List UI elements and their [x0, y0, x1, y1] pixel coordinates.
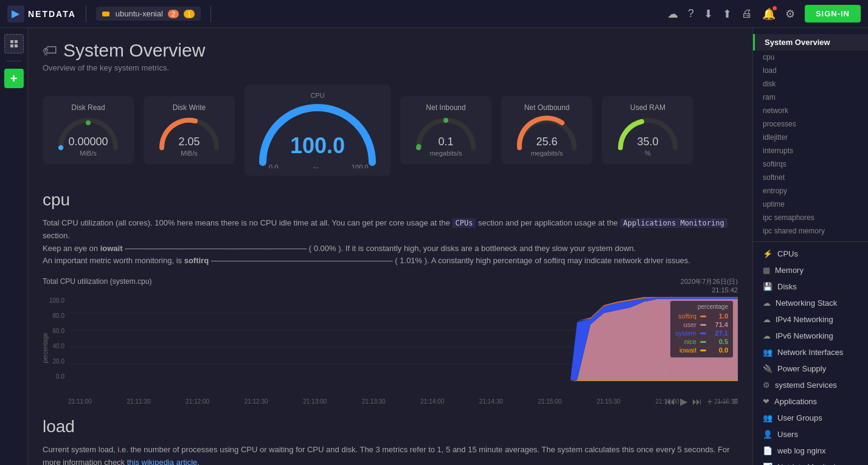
cpu-softirq-val: 1.01%	[400, 256, 422, 265]
host-icon	[102, 12, 109, 16]
sidebar-section-systemd[interactable]: ⚙ systemd Services	[753, 377, 868, 393]
svg-text:0.0: 0.0	[269, 164, 278, 168]
applications-icon: ❤	[763, 397, 769, 406]
cpu-desc1-link2[interactable]: Applications Monitoring	[620, 218, 727, 228]
chart-legend: percentage softirq 1.0 user 71.4 sy	[670, 301, 733, 357]
sidebar-item-idlejitter[interactable]: idlejitter	[753, 131, 868, 144]
systemd-label: systemd Services	[775, 381, 837, 390]
sidebar-item-uptime[interactable]: uptime	[753, 198, 868, 211]
sidebar-section-users[interactable]: 👤 Users	[753, 426, 868, 443]
xaxis-1: 21:11:30	[127, 398, 151, 405]
sidebar-home-btn[interactable]	[4, 34, 24, 53]
sidebar-separator	[7, 61, 21, 61]
used-ram-unit: %	[637, 150, 658, 157]
sidebar-section-cpus[interactable]: ⚡ CPUs	[753, 246, 868, 262]
left-sidebar: +	[0, 28, 28, 465]
sidebar-item-entropy[interactable]: entropy	[753, 184, 868, 198]
sidebar-section-power-supply[interactable]: 🔌 Power Supply	[753, 360, 868, 377]
cpu-desc2-cont: ). If it is constantly high, your disks …	[338, 244, 636, 253]
sidebar-section-netdata[interactable]: 📊 Netdata Monitoring	[753, 459, 868, 465]
sidebar-active-item[interactable]: System Overview	[753, 34, 868, 50]
legend-nice: nice 0.5	[675, 338, 728, 345]
xaxis-8: 21:15:00	[538, 398, 561, 405]
disk-read-value-wrap: 0.00000 MiB/s	[68, 136, 108, 157]
svg-point-4	[86, 120, 91, 125]
net-inbound-value-wrap: 0.1 megabits/s	[429, 136, 462, 157]
net-outbound-label: Net Outbound	[524, 103, 570, 112]
legend-nice-name: nice	[684, 338, 696, 345]
cpus-icon: ⚡	[763, 249, 773, 258]
legend-iowait: iowait 0.0	[675, 346, 728, 354]
sidebar-section-memory[interactable]: ▦ Memory	[753, 262, 868, 278]
printer-icon[interactable]: 🖨	[741, 7, 752, 20]
topbar: ▶ NETDATA ubuntu-xenial 2 1 ☁ ? ⬇ ⬆ 🖨 🔔 …	[0, 0, 868, 28]
host-name: ubuntu-xenial	[116, 9, 163, 18]
sidebar-section-user-groups[interactable]: 👥 User Groups	[753, 410, 868, 426]
sidebar-item-softirqs[interactable]: softirqs	[753, 157, 868, 171]
sidebar-section-ipv4[interactable]: ☁ IPv4 Networking	[753, 311, 868, 328]
topbar-divider2	[210, 5, 211, 22]
cpu-section: cpu Total CPU utilization (all cores). 1…	[43, 190, 738, 407]
sidebar-add-button[interactable]: +	[4, 69, 24, 88]
used-ram-value: 35.0	[637, 136, 658, 148]
legend-user-dot	[700, 324, 706, 326]
svg-point-9	[443, 118, 448, 123]
used-ram-gauge: Used RAM 35.0 %	[602, 96, 693, 164]
load-link[interactable]: this wikipedia article	[127, 458, 198, 465]
help-icon[interactable]: ?	[688, 7, 694, 20]
cpus-label: CPUs	[777, 249, 798, 258]
svg-text:100.0: 100.0	[290, 133, 345, 158]
sidebar-section-applications[interactable]: ❤ Applications	[753, 393, 868, 410]
sidebar-section-ipv6[interactable]: ☁ IPv6 Networking	[753, 328, 868, 344]
topbar-divider	[86, 5, 86, 22]
legend-iowait-val: 0.0	[710, 346, 728, 354]
sidebar-item-ipc-semaphores[interactable]: ipc semaphores	[753, 211, 868, 224]
sidebar-section-disks[interactable]: 💾 Disks	[753, 278, 868, 295]
badge-warnings: 1	[184, 10, 195, 18]
applications-label: Applications	[774, 397, 817, 406]
right-sidebar: System Overview cpu load disk ram networ…	[752, 28, 868, 465]
ipv6-icon: ☁	[763, 331, 771, 340]
yaxis-0: 0.0	[43, 373, 64, 380]
weblog-icon: 📄	[763, 446, 773, 455]
sidebar-item-ram[interactable]: ram	[753, 91, 868, 104]
disk-write-value-wrap: 2.05 MiB/s	[178, 136, 200, 157]
net-inbound-gauge: Net Inbound 0.1 megabits/s	[400, 96, 491, 164]
sidebar-section-networking-stack[interactable]: ☁ Networking Stack	[753, 295, 868, 311]
upload-icon[interactable]: ⬆	[723, 7, 732, 21]
networking-stack-label: Networking Stack	[776, 298, 837, 308]
host-badge[interactable]: ubuntu-xenial 2 1	[96, 7, 201, 21]
sidebar-item-softnet[interactable]: softnet	[753, 171, 868, 184]
disks-label: Disks	[777, 282, 797, 291]
sidebar-item-processes[interactable]: processes	[753, 117, 868, 131]
xaxis-0: 21:11:00	[68, 398, 92, 405]
notification-icon[interactable]: 🔔	[762, 7, 776, 21]
sidebar-item-cpu[interactable]: cpu	[753, 50, 868, 64]
sidebar-sep1	[753, 241, 868, 242]
legend-nice-val: 0.5	[710, 338, 728, 345]
cpu-desc1-link[interactable]: CPUs	[452, 218, 476, 228]
netdata-label: Netdata Monitoring	[777, 463, 844, 465]
sidebar-item-ipc-shared[interactable]: ipc shared memory	[753, 224, 868, 238]
net-interfaces-label: Network Interfaces	[777, 348, 843, 357]
sidebar-section-network-interfaces[interactable]: 👥 Network Interfaces	[753, 344, 868, 360]
sidebar-item-load[interactable]: load	[753, 64, 868, 77]
cpu-gauge: CPU 100.0 0.0 100.0 %	[245, 84, 391, 176]
content-area: 🏷 System Overview Overview of the key sy…	[28, 28, 752, 465]
sign-in-button[interactable]: SIGN-IN	[805, 5, 861, 22]
cloud-icon[interactable]: ☁	[667, 7, 678, 21]
xaxis-7: 21:14:30	[479, 398, 503, 405]
sidebar-section-weblog[interactable]: 📄 web log nginx	[753, 443, 868, 459]
sidebar-item-interrupts[interactable]: interrupts	[753, 144, 868, 157]
user-groups-icon: 👥	[763, 413, 773, 422]
sidebar-item-disk[interactable]: disk	[753, 77, 868, 91]
legend-user-val: 71.4	[710, 321, 728, 328]
net-outbound-gauge: Net Outbound 25.6 megabits/s	[501, 96, 592, 164]
download-icon[interactable]: ⬇	[704, 7, 713, 21]
settings-icon[interactable]: ⚙	[785, 7, 795, 21]
cpu-section-title: cpu	[43, 190, 738, 210]
logo-text: NETDATA	[28, 9, 76, 19]
sidebar-item-network[interactable]: network	[753, 104, 868, 117]
chart-title: Total CPU utilization (system.cpu)	[43, 277, 151, 286]
legend-system-val: 27.1	[710, 329, 728, 337]
